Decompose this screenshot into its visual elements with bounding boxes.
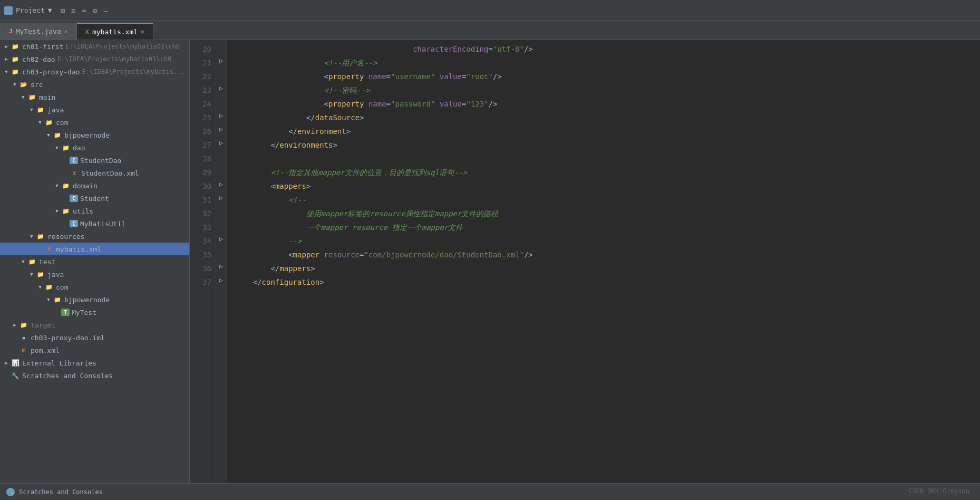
- code-line-34: -->: [235, 234, 980, 248]
- sidebar-item-iml[interactable]: ▪ ch03-proxy-dao.iml: [0, 331, 189, 344]
- gutter: ▷ ▷ ▷ ▷ ▷ ▷ ▷ ▷ ▷ ▷: [216, 40, 227, 483]
- tree-arrow-test-com: ▼: [36, 284, 44, 290]
- sidebar-label-src: src: [31, 81, 43, 89]
- sidebar-item-test[interactable]: ▼ 📁 test: [0, 255, 189, 268]
- bottom-scratches-icon: 🔧: [6, 488, 15, 496]
- tab-mytestjava-close[interactable]: ✕: [64, 28, 68, 35]
- sidebar-item-target[interactable]: ▶ 📁 target: [0, 319, 189, 331]
- tree-arrow-resources: ▼: [27, 234, 36, 239]
- sidebar-item-student[interactable]: C Student: [0, 192, 189, 205]
- sidebar-label-iml: ch03-proxy-dao.iml: [31, 334, 105, 342]
- code-line-24: <property name="password" value="123"/>: [235, 97, 980, 111]
- sidebar-label-pom: pom.xml: [31, 347, 60, 354]
- sidebar-label-studentdao-xml: StudentDao.xml: [81, 169, 139, 177]
- sidebar-item-pom[interactable]: m pom.xml: [0, 344, 189, 357]
- toolbar-icon-1[interactable]: ⊞: [61, 6, 65, 15]
- bottom-scratches-label[interactable]: Scratches and Consoles: [19, 488, 103, 496]
- sidebar-item-domain[interactable]: ▼ 📁 domain: [0, 179, 189, 192]
- tree-arrow-test: ▼: [19, 259, 27, 264]
- sidebar-item-ch03[interactable]: ▼ 📁 ch03-proxy-dao E:\IDEA\Projects\myba…: [0, 65, 189, 78]
- code-line-21: <!--用户名-->: [235, 56, 980, 70]
- sidebar-item-scratches[interactable]: 🔧 Scratches and Consoles: [0, 369, 189, 382]
- sidebar-item-studentdao-xml[interactable]: x StudentDao.xml: [0, 167, 189, 179]
- sidebar-label-bjpowernode: bjpowernode: [64, 131, 110, 139]
- project-dropdown-arrow[interactable]: ▼: [48, 6, 52, 14]
- sidebar-label-ch03: ch03-proxy-dao: [22, 68, 80, 76]
- bottom-bar: 🔧 Scratches and Consoles: [0, 483, 980, 500]
- project-icon: [4, 6, 13, 15]
- tree-arrow-dao: ▼: [53, 145, 61, 150]
- title-bar-actions: ⊞ ≡ ≈ ⚙ —: [61, 6, 108, 15]
- sidebar-label-java: java: [47, 106, 64, 114]
- sidebar-item-mybatisutil[interactable]: C MyBatisUtil: [0, 217, 189, 230]
- tab-mybatisxml-label: mybatis.xml: [92, 28, 138, 36]
- sidebar-label-student: Student: [80, 195, 109, 203]
- toolbar-icon-3[interactable]: ≈: [82, 6, 86, 15]
- code-line-26: </environment>: [235, 124, 980, 138]
- gutter-27: ▷: [216, 136, 226, 150]
- gutter-36: ▷: [216, 259, 226, 273]
- gutter-21: ▷: [216, 54, 226, 68]
- sidebar-item-bjpowernode[interactable]: ▼ 📁 bjpowernode: [0, 129, 189, 141]
- gutter-37: ▷: [216, 273, 226, 287]
- tree-arrow-test-java: ▼: [27, 272, 36, 277]
- gutter-23: ▷: [216, 81, 226, 95]
- sidebar-item-test-java[interactable]: ▼ 📁 java: [0, 268, 189, 281]
- folder-icon-test-java: 📁: [36, 270, 45, 278]
- sidebar-path-ch01: E:\IDEA\Projects\mybatis01\ch0: [65, 43, 180, 50]
- xml-icon-studentdao: x: [70, 169, 79, 177]
- sidebar-item-main[interactable]: ▼ 📁 main: [0, 91, 189, 103]
- sidebar-label-ch01: ch01-first: [22, 43, 63, 51]
- folder-icon-resources: 📁: [36, 232, 45, 241]
- folder-icon-domain: 📁: [61, 181, 71, 190]
- sidebar-item-src[interactable]: ▼ 📂 src: [0, 78, 189, 91]
- title-bar: Project ▼ ⊞ ≡ ≈ ⚙ —: [0, 0, 980, 21]
- gutter-20: [216, 40, 226, 54]
- sidebar-item-test-bjpowernode[interactable]: ▼ 📁 bjpowernode: [0, 293, 189, 306]
- code-line-29: <!--指定其他mapper文件的位置：目的是找到sql语句-->: [235, 166, 980, 179]
- tree-arrow-com: ▼: [36, 120, 44, 125]
- sidebar-item-utils[interactable]: ▼ 📁 utils: [0, 205, 189, 217]
- sidebar-item-ch02-dao[interactable]: ▶ 📁 ch02-dao E:\IDEA\Projects\mybatis01\…: [0, 53, 189, 65]
- code-line-23: <!--密码-->: [235, 83, 980, 97]
- sidebar-item-test-com[interactable]: ▼ 📁 com: [0, 281, 189, 293]
- code-line-36: </mappers>: [235, 262, 980, 275]
- code-line-28: [235, 152, 980, 166]
- project-title: Project: [16, 6, 45, 14]
- code-area[interactable]: characterEncoding="utf-8"/> <!--用户名--> <…: [227, 40, 980, 483]
- code-line-33: 一个mapper resource 指定一个mapper文件: [235, 220, 980, 234]
- scratches-icon: 🔧: [11, 371, 20, 380]
- toolbar-icon-4[interactable]: ⚙: [93, 6, 97, 15]
- tab-java-icon: J: [9, 28, 13, 35]
- code-line-30: <mappers>: [235, 179, 980, 193]
- sidebar-item-com[interactable]: ▼ 📁 com: [0, 116, 189, 129]
- folder-icon-java: 📁: [36, 105, 45, 114]
- tree-arrow-domain: ▼: [53, 183, 61, 188]
- sidebar-item-ext-libraries[interactable]: ▶ 📊 External Libraries: [0, 357, 189, 369]
- main-area: ▶ 📁 ch01-first E:\IDEA\Projects\mybatis0…: [0, 40, 980, 483]
- gutter-33: [216, 218, 226, 232]
- toolbar-icon-minimize[interactable]: —: [103, 6, 108, 15]
- sidebar-item-mybatis-xml[interactable]: x mybatis.xml: [0, 243, 189, 255]
- sidebar-item-studentdao[interactable]: C StudentDao: [0, 154, 189, 167]
- folder-icon-com: 📁: [44, 118, 54, 127]
- gutter-26: ▷: [216, 122, 226, 136]
- gutter-30: ▷: [216, 177, 226, 191]
- editor-content: 20 21 22 23 24 25 26 27 28 29 30 31 32 3…: [190, 40, 980, 483]
- sidebar-item-dao[interactable]: ▼ 📁 dao: [0, 141, 189, 154]
- tab-mybatisxml-close[interactable]: ✕: [141, 28, 144, 35]
- sidebar-item-java[interactable]: ▼ 📁 java: [0, 103, 189, 116]
- sidebar-item-resources[interactable]: ▼ 📁 resources: [0, 230, 189, 243]
- sidebar-item-mytest[interactable]: T MyTest: [0, 306, 189, 319]
- tab-mytestjava[interactable]: J MyTest.java ✕: [0, 23, 76, 40]
- toolbar-icon-2[interactable]: ≡: [71, 6, 75, 15]
- tab-mybatisxml[interactable]: X mybatis.xml ✕: [76, 23, 153, 40]
- folder-icon-target: 📁: [19, 321, 28, 329]
- sidebar-label-domain: domain: [73, 182, 98, 190]
- tree-arrow-main: ▼: [19, 94, 27, 100]
- sidebar-label-target: target: [31, 321, 55, 329]
- folder-icon-main: 📁: [27, 93, 37, 101]
- sidebar-item-ch01-first[interactable]: ▶ 📁 ch01-first E:\IDEA\Projects\mybatis0…: [0, 40, 189, 53]
- tree-arrow-src: ▼: [11, 82, 19, 87]
- sidebar-label-main: main: [39, 93, 55, 101]
